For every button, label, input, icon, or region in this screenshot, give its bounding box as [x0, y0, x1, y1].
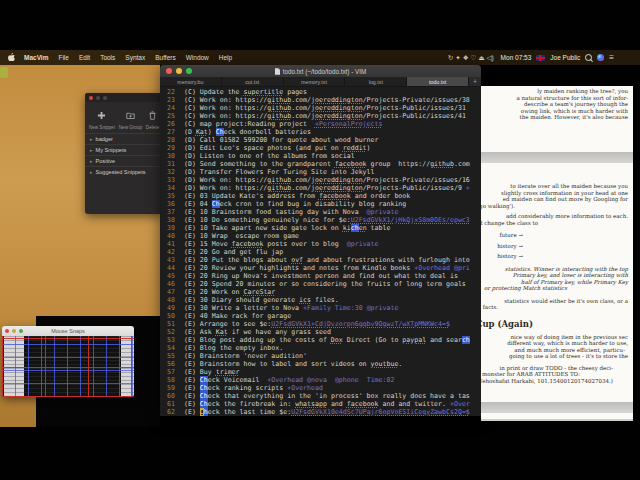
todo-line-47[interactable]: 47 (E) 20 Work on CareStar — [166, 288, 481, 296]
todo-line-58[interactable]: 58 (E) Check Voicemail +Overhead @nova @… — [166, 376, 481, 384]
notification-center-icon[interactable]: ≡ — [609, 54, 614, 62]
todo-line-32[interactable]: 32 (D) Transfer Flowers For Turing Site … — [166, 168, 481, 176]
new-snippet-button[interactable]: New Snippet — [89, 106, 115, 130]
todo-line-31[interactable]: 31 (D) Send something to the grandparent… — [166, 160, 481, 168]
todo-line-54[interactable]: 54 (E) Blog the empty inbox. — [166, 344, 481, 352]
todo-line-43[interactable]: 43 (E) 20 Put the blogs about ovf and ab… — [166, 256, 481, 264]
menu-item-file[interactable]: File — [58, 54, 68, 61]
snippet-group-suggested-snippets[interactable]: ▸Suggested Snippets — [85, 166, 163, 177]
menu-clock[interactable]: Mon 07:53 — [501, 54, 532, 61]
grid-window-titlebar[interactable]: Mouse Snaps — [2, 326, 134, 336]
menu-item-macvim[interactable]: MacVim — [24, 54, 48, 61]
todo-line-28[interactable]: 28 (D) Call 01582 599200 for quote about… — [166, 136, 481, 144]
todo-line-34[interactable]: 34 (D) Work on: https://github.com/joere… — [166, 184, 481, 192]
todo-line-51[interactable]: 51 (E) Arrange to see $e:U2FsdGVkX1+CdjD… — [166, 320, 481, 328]
todo-line-35[interactable]: 35 (E) 03 Update Kate's address from fac… — [166, 192, 481, 200]
disclosure-triangle-icon[interactable]: ▸ — [90, 169, 93, 175]
todo-line-59[interactable]: 59 (E) Check ranking scripts +Overhead — [166, 384, 481, 392]
todo-line-49[interactable]: 49 (E) 30 Write a letter to Nova +Family… — [166, 304, 481, 312]
todo-line-42[interactable]: 42 (E) 20 Go and get flu jap — [166, 248, 481, 256]
line-number: 36 — [166, 200, 175, 208]
todo-line-62[interactable]: 62 (E) Check the last time $e:U2FsdGVkX1… — [166, 408, 481, 416]
todo-line-55[interactable]: 55 (E) Brainstorm 'never audition' — [166, 352, 481, 360]
todo-line-56[interactable]: 56 (E) Brainstorm how to label and sort … — [166, 360, 481, 368]
line-text: + — [466, 184, 470, 192]
line-text: eck Voicemail — [208, 376, 268, 384]
doc-line: history → — [481, 253, 633, 260]
spotlight-search-icon[interactable] — [585, 54, 592, 61]
todo-line-45[interactable]: 45 (E) 20 Ring up Nova's investment pers… — [166, 272, 481, 280]
zoom-button[interactable] — [186, 68, 192, 74]
disclosure-triangle-icon[interactable]: ▸ — [90, 158, 93, 164]
todo-line-38[interactable]: 38 (E) 10 Do something genuinely nice fo… — [166, 216, 481, 224]
input-language-flag-icon[interactable] — [536, 55, 545, 61]
todo-line-37[interactable]: 37 (E) 10 Brainstorm food tasting day wi… — [166, 208, 481, 216]
todo-line-27[interactable]: 27 (D Kat) Check doorbell batteries — [166, 128, 481, 136]
line-text: (E) Blog the empty inbox. — [180, 344, 283, 352]
close-button[interactable] — [166, 68, 172, 74]
heart-icon[interactable]: ♡ — [470, 54, 476, 61]
todo-line-29[interactable]: 29 (D) Edit Leo's space photos (and put … — [166, 144, 481, 152]
eject-icon[interactable]: ⏏ — [478, 54, 484, 61]
apple-menu-icon[interactable] — [8, 53, 15, 62]
fast-user-switch-name[interactable]: Joe Public — [550, 54, 580, 61]
tab-log.txt[interactable]: log.txt — [345, 77, 407, 86]
pdf-document-panel[interactable]: ly maiden ranking the tree?, youa natura… — [481, 86, 633, 421]
todo-line-36[interactable]: 36 (E) 04 Check cron to find bug in disa… — [166, 200, 481, 208]
snippets-window[interactable]: New SnippetNew GroupDelete ▸badger▸My Sn… — [85, 93, 163, 214]
todo-line-33[interactable]: 33 (D) Work on: https://github.com/joere… — [166, 176, 481, 184]
sync-icon[interactable]: ↻ — [448, 54, 453, 61]
line-text: (D) Listen to one of the albums from soc… — [180, 152, 355, 160]
zoom-button[interactable] — [103, 96, 107, 100]
todo-line-25[interactable]: 25 (C) Work on: https://github.com/joere… — [166, 112, 481, 120]
mouse-grid-window[interactable]: Mouse Snaps — [2, 326, 134, 397]
todo-line-61[interactable]: 61 (E) Check the firebreak in: whatsapp … — [166, 400, 481, 408]
menu-item-buffers[interactable]: Buffers — [155, 54, 175, 61]
todo-line-57[interactable]: 57 (E) Buy trimer — [166, 368, 481, 376]
close-button[interactable] — [89, 96, 93, 100]
todo-line-23[interactable]: 23 (C) Work on: https://github.com/joere… — [166, 96, 481, 104]
minimize-button[interactable] — [176, 68, 182, 74]
snippet-group-badger[interactable]: ▸badger — [85, 133, 163, 144]
line-text: (E) Brainstorm how to label and sort vid… — [180, 360, 371, 368]
macvim-window[interactable]: todo.txt (~/todo/todo.txt) - VIM memory.… — [160, 65, 481, 416]
menu-item-window[interactable]: Window — [186, 54, 209, 61]
snippet-group-positive[interactable]: ▸Positive — [85, 155, 163, 166]
todo-line-41[interactable]: 41 (E) 15 Move facebook posts over to bl… — [166, 240, 481, 248]
macvim-titlebar[interactable]: todo.txt (~/todo/todo.txt) - VIM — [160, 65, 481, 77]
disclosure-triangle-icon[interactable]: ▸ — [90, 136, 93, 142]
todo-line-30[interactable]: 30 (D) Listen to one of the albums from … — [166, 152, 481, 160]
key-icon[interactable]: ✦ — [455, 54, 460, 61]
todo-line-48[interactable]: 48 (E) 30 Diary should generate ics file… — [166, 296, 481, 304]
todo-line-52[interactable]: 52 (E) Ask Kat if we have any grass seed — [166, 328, 481, 336]
todo-line-60[interactable]: 60 (E) Check that everything in the 'in … — [166, 392, 481, 400]
delete-button[interactable]: Delete — [146, 106, 159, 130]
new-group-button[interactable]: New Group — [119, 106, 142, 130]
menu-item-tools[interactable]: Tools — [100, 54, 115, 61]
todo-line-53[interactable]: 53 (E) Blog post adding up the costs of … — [166, 336, 481, 344]
disclosure-triangle-icon[interactable]: ▸ — [90, 147, 93, 153]
todo-line-40[interactable]: 40 (E) 10 Wrap escape room game — [166, 232, 481, 240]
todo-line-26[interactable]: 26 (C) map project:Reading project +Pers… — [166, 120, 481, 128]
minimize-button[interactable] — [96, 96, 100, 100]
todo-line-39[interactable]: 39 (E) 10 Take apart new side gate lock … — [166, 224, 481, 232]
vim-buffer[interactable]: 22 (C) Update the supertitle pages23 (C)… — [160, 87, 481, 416]
paw-icon[interactable]: ❖ — [463, 54, 469, 61]
snippet-group-my-snippets[interactable]: ▸My Snippets — [85, 144, 163, 155]
siri-icon[interactable] — [597, 54, 604, 61]
menu-item-help[interactable]: Help — [219, 54, 232, 61]
menu-item-syntax[interactable]: Syntax — [125, 54, 145, 61]
tab-todo.txt[interactable]: todo.txt — [407, 77, 469, 86]
todo-line-22[interactable]: 22 (C) Update the supertitle pages — [166, 88, 481, 96]
menu-item-edit[interactable]: Edit — [79, 54, 90, 61]
tab-memory.txt[interactable]: memory.txt — [284, 77, 346, 86]
todo-line-50[interactable]: 50 (E) 40 Make rack for garage — [166, 312, 481, 320]
volume-icon[interactable]: ◁) — [486, 54, 493, 61]
tab-memory.bu[interactable]: memory.bu — [160, 77, 222, 86]
snippets-titlebar[interactable] — [85, 93, 163, 102]
todo-line-46[interactable]: 46 (E) 20 Spend 20 minutes or so conside… — [166, 280, 481, 288]
todo-line-44[interactable]: 44 (E) 20 Review your highlights and not… — [166, 264, 481, 272]
tab-cut.txt[interactable]: cut.txt — [222, 77, 284, 86]
todo-line-24[interactable]: 24 (C) Work on: https://github.com/joere… — [166, 104, 481, 112]
new-tab-button[interactable]: + — [469, 77, 481, 86]
